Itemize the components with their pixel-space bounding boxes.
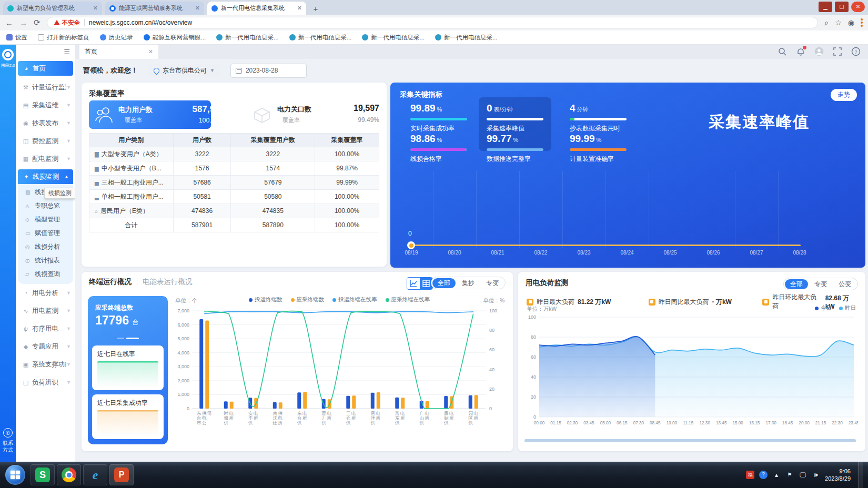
sidebar-subitem[interactable]: ◬专职总览 (18, 199, 73, 212)
bar-deployed-terminals[interactable] (297, 392, 301, 409)
page-tab-close-icon[interactable]: ✕ (148, 48, 153, 55)
sidebar-item[interactable]: ◫费控监测▼ (16, 132, 75, 150)
bookmark-star-icon[interactable]: ☆ (835, 18, 842, 27)
bookmark-item[interactable]: 新一代用电信息采... (362, 34, 425, 42)
maximize-button[interactable]: ▢ (835, 2, 849, 12)
power-users-stat[interactable]: 电力用户数 覆盖率 587,901 100.00% (89, 100, 211, 129)
sidebar-subitem[interactable]: ◷统计报表 (18, 253, 73, 267)
segment-gongbian[interactable]: 公变 (833, 279, 856, 289)
taskbar-app-wps[interactable]: S (31, 464, 55, 485)
sidebar-collapse-icon[interactable]: ☰ (16, 45, 75, 58)
browser-tab-2[interactable]: 能源互联网营销服务系统 ✕ (105, 2, 204, 15)
forward-icon[interactable]: → (19, 18, 27, 27)
bar-expected-terminals[interactable] (475, 395, 478, 409)
refresh-icon[interactable]: ⟳ (34, 18, 41, 27)
zoom-icon[interactable]: ⌕ (824, 18, 829, 27)
load-chart[interactable]: 02040608010000:0001:1502:3003:4505:0006:… (523, 312, 858, 438)
taskbar-app-chrome[interactable] (57, 464, 81, 485)
sidebar-subitem[interactable]: ▭赋值管理 (18, 226, 73, 240)
bar-deployed-terminals[interactable] (371, 393, 375, 409)
carousel-dots[interactable] (92, 332, 164, 341)
trend-button[interactable]: 走势 (831, 89, 857, 101)
sidebar-item[interactable]: ▢负荷辨识▼ (16, 373, 75, 391)
tab-terminal-overview[interactable]: 终端运行概况 (89, 277, 132, 287)
sidebar-item[interactable]: ◉抄表发布▼ (16, 114, 75, 132)
taskbar-app-powerpoint[interactable]: P (109, 464, 134, 485)
back-icon[interactable]: ← (5, 18, 13, 27)
sidebar-item[interactable]: ▤采集运维▼ (16, 96, 75, 114)
tab2-close-icon[interactable]: ✕ (195, 5, 200, 12)
page-tab-home[interactable]: 首页 ✕ (79, 45, 158, 59)
tray-help-icon[interactable]: ? (759, 471, 768, 479)
bookmark-item[interactable]: 打开新的标签页 (38, 34, 89, 42)
legend-item[interactable]: 昨日 (839, 304, 856, 312)
sidebar-subitem[interactable]: ▱线损查询 (18, 267, 73, 281)
terminal-chart[interactable]: 01,0002,0003,0004,0005,0006,0007,0000204… (170, 303, 507, 444)
bar-expected-terminals[interactable] (279, 402, 282, 409)
network-icon[interactable]: 🖵 (799, 471, 807, 479)
chart-view-button[interactable] (407, 278, 420, 289)
security-warning[interactable]: 不安全 (54, 19, 80, 27)
sidebar-item[interactable]: ◆专题应用▼ (16, 338, 75, 355)
sidebar-item[interactable]: ▦配电监测▼ (16, 150, 75, 168)
legend-item[interactable]: 今日 (815, 304, 832, 312)
show-desktop-button[interactable] (859, 462, 863, 488)
action-center-icon[interactable]: ⚑ (785, 471, 794, 479)
bar-deployed-terminals[interactable] (224, 401, 228, 409)
sidebar-subitem[interactable]: ◎线损分析 (18, 240, 73, 253)
bookmark-item[interactable]: 新一代用电信息采... (435, 34, 498, 42)
org-selector[interactable]: 东台市供电公司 ▼ (148, 64, 220, 77)
contact-button[interactable]: ✆ 联系 方式 (0, 428, 16, 453)
browser-tab-1[interactable]: 新型电力负荷管理系统 ✕ (3, 2, 102, 15)
bar-deployed-terminals[interactable] (444, 396, 448, 409)
bookmark-item[interactable]: 新一代用电信息采... (289, 34, 352, 42)
timeline-track[interactable] (410, 245, 801, 246)
segment-all[interactable]: 全部 (432, 278, 456, 288)
tab3-close-icon[interactable]: ✕ (297, 5, 302, 12)
sidebar-item[interactable]: ∿用电监测▼ (16, 302, 75, 320)
search-icon[interactable] (778, 47, 787, 56)
sidebar-subitem[interactable]: ◇模型管理 (18, 212, 73, 226)
bar-deployed-terminals[interactable] (273, 402, 277, 409)
profile-avatar-icon[interactable]: ◉ (848, 18, 854, 27)
bar-deployed-terminals[interactable] (346, 396, 350, 409)
legend-item[interactable]: 应采终端数 (291, 296, 325, 303)
start-button[interactable] (5, 465, 25, 485)
timeline-handle[interactable] (407, 241, 415, 249)
sidebar-item[interactable]: ✦线损监测▲ (18, 169, 73, 184)
bookmark-item[interactable]: 历史记录 (100, 34, 133, 42)
ime-icon[interactable]: 福 (746, 471, 754, 479)
sidebar-item[interactable]: ⚒计量运行监测▼ (16, 78, 75, 96)
success-rate-card[interactable]: 近七日采集成功率 (92, 394, 164, 439)
sidebar-item[interactable]: ◔用电分析▼ (16, 284, 75, 302)
bar-expected-terminals[interactable] (401, 398, 405, 409)
browser-tab-3-active[interactable]: 新一代用电信息采集系统 ✕ (207, 2, 306, 15)
sidebar-item[interactable]: ▣系统支撑功能▼ (16, 355, 75, 373)
taskbar-app-ie[interactable]: e (83, 464, 107, 485)
bar-expected-terminals[interactable] (303, 392, 307, 409)
segment-zhuanbian[interactable]: 专变 (809, 279, 832, 289)
minimize-button[interactable]: ▁ (819, 2, 832, 12)
help-icon[interactable]: ? (851, 47, 861, 56)
new-tab-button[interactable]: + (309, 3, 322, 15)
legend-item[interactable]: 投运终端在线率 (332, 296, 377, 303)
taskbar-clock[interactable]: 9:06 2023/8/29 (825, 467, 854, 482)
bookmark-item[interactable]: 能源互联网营销服... (144, 34, 206, 42)
volume-icon[interactable]: 🕪 (812, 471, 820, 479)
segment-jichao[interactable]: 集抄 (457, 278, 480, 288)
close-button[interactable]: ✕ (851, 2, 865, 12)
gateway-stat[interactable]: 电力关口数 覆盖率 19,597 99.49% (248, 100, 379, 129)
bar-expected-terminals[interactable] (205, 321, 209, 409)
url-input[interactable]: 不安全 neweic.js.sgcc.com.cn/#/oc/overview (47, 17, 819, 28)
tab-meter-overview[interactable]: 电能表运行概况 (143, 277, 193, 287)
notification-bell-icon[interactable] (796, 47, 805, 56)
sidebar-item-home[interactable]: ◕首页 (18, 61, 73, 76)
bar-deployed-terminals[interactable] (469, 395, 472, 409)
segment-zhuanbian[interactable]: 专变 (481, 278, 504, 288)
legend-item[interactable]: 应采终端在线率 (386, 296, 430, 303)
tab1-close-icon[interactable]: ✕ (93, 5, 98, 12)
bar-deployed-terminals[interactable] (395, 398, 399, 409)
sidebar-item[interactable]: ψ有序用电▼ (16, 320, 75, 338)
online-rate-card[interactable]: 近七日在线率 (92, 345, 164, 390)
bar-expected-terminals[interactable] (230, 402, 234, 409)
